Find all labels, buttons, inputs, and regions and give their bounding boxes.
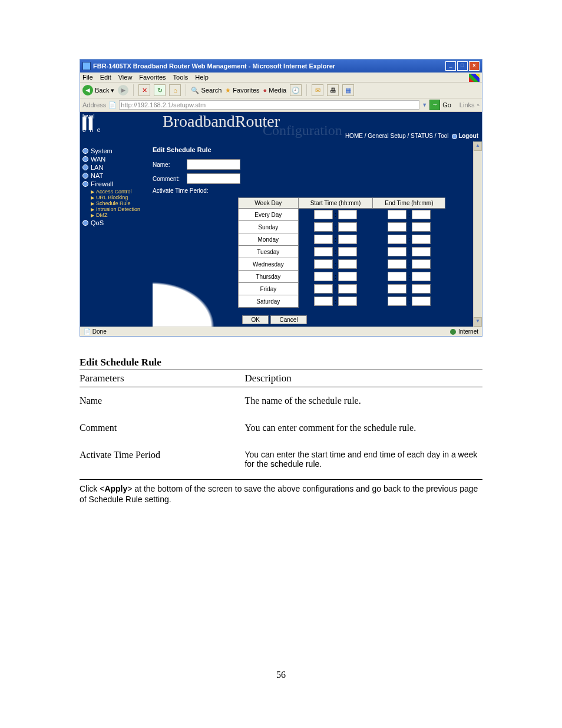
menu-edit[interactable]: Edit xyxy=(100,74,111,81)
end-hh-input[interactable] xyxy=(388,222,406,232)
table-row: Thursday : : xyxy=(239,271,445,283)
window-title: FBR-1405TX Broadband Router Web Manageme… xyxy=(93,62,335,70)
end-hh-input[interactable] xyxy=(388,235,406,244)
scroll-track[interactable] xyxy=(474,151,482,317)
sidebar-sub-url-blocking[interactable]: ▶URL Blocking xyxy=(91,195,150,200)
end-mm-input[interactable] xyxy=(412,235,431,244)
start-mm-input[interactable] xyxy=(338,210,357,219)
search-button[interactable]: 🔍 Search xyxy=(191,87,222,94)
scroll-down-icon[interactable]: ▼ xyxy=(474,317,482,327)
mail-button[interactable]: ✉ xyxy=(312,84,323,96)
start-hh-input[interactable] xyxy=(314,210,333,219)
maximize-button[interactable]: □ xyxy=(457,61,468,71)
forward-button[interactable]: ► xyxy=(118,85,128,95)
router-subtitle: Configuration xyxy=(263,123,342,139)
vertical-scrollbar[interactable]: ▲ ▼ xyxy=(473,141,482,327)
start-hh-input[interactable] xyxy=(314,259,333,269)
stop-button[interactable]: ✕ xyxy=(138,84,150,96)
name-label: Name: xyxy=(153,162,182,168)
sidebar-sub-intrusion-detection[interactable]: ▶Intrusion Detection xyxy=(91,206,150,212)
sidebar-sub-dmz[interactable]: ▶DMZ xyxy=(91,212,150,218)
end-hh-input[interactable] xyxy=(388,284,406,294)
doc-desc: You can enter comment for the schedule r… xyxy=(244,414,482,442)
window-controls: _ □ × xyxy=(445,61,480,71)
nav-status[interactable]: STATUS xyxy=(411,133,433,139)
minimize-button[interactable]: _ xyxy=(445,61,456,71)
sidebar-sub-schedule-rule[interactable]: ▶Schedule Rule xyxy=(91,200,150,206)
end-hh-input[interactable] xyxy=(388,247,406,256)
end-mm-input[interactable] xyxy=(412,284,431,294)
menu-file[interactable]: File xyxy=(82,74,93,81)
table-row: Wednesday : : xyxy=(239,258,445,271)
start-hh-input[interactable] xyxy=(314,222,333,232)
end-mm-input[interactable] xyxy=(412,297,431,306)
start-hh-input[interactable] xyxy=(314,247,333,256)
end-hh-input[interactable] xyxy=(388,297,406,306)
menu-favorites[interactable]: Favorites xyxy=(139,74,166,81)
print-button[interactable]: 🖶 xyxy=(327,84,339,96)
address-input[interactable] xyxy=(119,100,419,110)
top-nav: HOME / General Setup / STATUS / Tool Log… xyxy=(345,133,478,139)
links-label[interactable]: Links xyxy=(459,101,475,108)
menu-view[interactable]: View xyxy=(118,74,133,81)
end-time-cell: : xyxy=(373,258,445,271)
start-hh-input[interactable] xyxy=(314,272,333,281)
day-cell: Sunday xyxy=(239,221,299,233)
start-mm-input[interactable] xyxy=(338,272,357,281)
sidebar-sub-label: DMZ xyxy=(96,212,108,218)
end-mm-input[interactable] xyxy=(412,272,431,281)
start-hh-input[interactable] xyxy=(314,297,333,306)
go-button[interactable]: → xyxy=(429,100,440,110)
back-button[interactable]: ◄Back ▾ xyxy=(82,85,114,95)
page-icon: 📄 xyxy=(108,101,117,109)
doc-param: Name xyxy=(80,387,244,415)
schedule-table: Week Day Start Time (hh:mm) End Time (hh… xyxy=(238,197,445,308)
search-label: Search xyxy=(201,87,222,94)
end-mm-input[interactable] xyxy=(412,259,431,269)
address-bar: Address 📄 ▼ → Go Links » xyxy=(80,98,482,112)
media-button[interactable]: ● Media xyxy=(263,87,287,94)
address-dropdown-icon[interactable]: ▼ xyxy=(422,102,427,108)
home-button[interactable]: ⌂ xyxy=(169,84,181,96)
nav-home[interactable]: HOME xyxy=(345,133,363,139)
comment-input[interactable] xyxy=(187,173,240,184)
logo: level ▌▌ o n e xyxy=(82,113,101,133)
name-input[interactable] xyxy=(187,159,240,170)
start-mm-input[interactable] xyxy=(338,247,357,256)
end-mm-input[interactable] xyxy=(412,247,431,256)
end-time-cell: : xyxy=(373,271,445,283)
end-mm-input[interactable] xyxy=(412,222,431,232)
close-button[interactable]: × xyxy=(469,61,480,71)
end-mm-input[interactable] xyxy=(412,210,431,219)
start-mm-input[interactable] xyxy=(338,284,357,294)
table-row: Tuesday : : xyxy=(239,246,445,258)
refresh-button[interactable]: ↻ xyxy=(154,84,166,96)
doc-param: Comment xyxy=(80,414,244,442)
sidebar-item-qos[interactable]: QoS xyxy=(82,219,150,226)
menu-tools[interactable]: Tools xyxy=(173,74,189,81)
doc-th-params: Parameters xyxy=(80,370,244,387)
start-mm-input[interactable] xyxy=(338,259,357,269)
start-mm-input[interactable] xyxy=(338,235,357,244)
nav-tool[interactable]: Tool xyxy=(438,133,448,139)
favorites-button[interactable]: ★ Favorites xyxy=(225,87,259,94)
scroll-up-icon[interactable]: ▲ xyxy=(474,141,482,151)
links-expand-icon[interactable]: » xyxy=(477,103,480,108)
end-hh-input[interactable] xyxy=(388,272,406,281)
start-mm-input[interactable] xyxy=(338,222,357,232)
document-text: Edit Schedule Rule Parameters Descriptio… xyxy=(80,357,482,505)
start-hh-input[interactable] xyxy=(314,284,333,294)
nav-logout[interactable]: Logout xyxy=(458,133,478,139)
end-hh-input[interactable] xyxy=(388,210,406,219)
nav-general[interactable]: General Setup xyxy=(368,133,406,139)
menu-help[interactable]: Help xyxy=(195,74,209,81)
edit-button[interactable]: ▦ xyxy=(342,84,354,96)
ok-button[interactable]: OK xyxy=(242,315,268,324)
history-button[interactable]: 🕘 xyxy=(290,84,302,96)
end-hh-input[interactable] xyxy=(388,259,406,269)
bullet-icon xyxy=(82,220,88,226)
start-mm-input[interactable] xyxy=(338,297,357,306)
cancel-button[interactable]: Cancel xyxy=(270,315,306,324)
start-time-cell: : xyxy=(298,271,373,283)
start-hh-input[interactable] xyxy=(314,235,333,244)
